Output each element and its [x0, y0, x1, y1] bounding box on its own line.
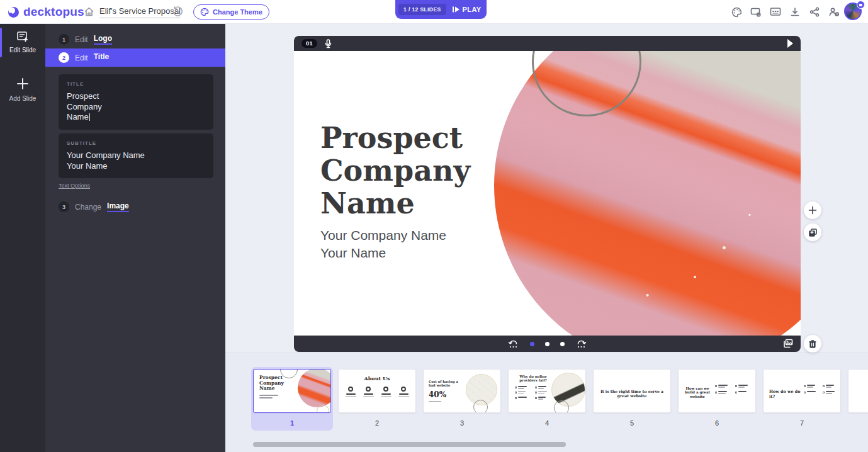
- play-button[interactable]: PLAY: [452, 6, 482, 13]
- slide-title-text[interactable]: Prospect Company Name: [320, 121, 528, 220]
- present-tab: 1 / 12 SLIDES PLAY: [395, 0, 487, 19]
- slide-stage: 01 Prospect Company Name Your Company Na…: [294, 36, 801, 352]
- add-slide-label: Add Slide: [9, 95, 37, 102]
- download-icon[interactable]: [789, 4, 801, 20]
- home-icon[interactable]: [84, 6, 94, 17]
- duplicate-slide-button[interactable]: [804, 223, 821, 241]
- top-bar: decktopus Elif's Service Proposal Change…: [0, 0, 868, 24]
- title-field[interactable]: TITLE Prospect Company Name: [59, 74, 213, 130]
- step-prefix: Edit: [75, 54, 88, 62]
- thumbnail-slide-2[interactable]: About Us 2: [338, 369, 416, 427]
- thumbnail-slide-8[interactable]: [848, 369, 868, 427]
- layout-dot-2[interactable]: [545, 342, 550, 346]
- left-toolbar: Edit Slide Add Slide: [0, 24, 45, 452]
- filmstrip: Prospect Company Name 1 About Us 2: [225, 353, 868, 452]
- share-icon[interactable]: [808, 4, 821, 20]
- step-target: Image: [107, 201, 129, 212]
- thumbnail-slide-5[interactable]: It is the right time to serve a great we…: [593, 369, 671, 427]
- step-target: Title: [94, 52, 109, 63]
- next-layout-icon[interactable]: [575, 339, 587, 349]
- topbar-tools: [730, 4, 840, 20]
- title-field-label: TITLE: [67, 81, 205, 87]
- thumbnail-number: 1: [253, 419, 331, 427]
- workspace-badge-icon: [857, 1, 865, 9]
- thumbnail-number: 4: [508, 419, 586, 427]
- delete-slide-button[interactable]: [804, 335, 821, 353]
- edit-slide-icon: [16, 30, 30, 43]
- decktopus-logo-icon: [8, 6, 20, 18]
- abstract-marble-image[interactable]: [494, 51, 801, 336]
- layout-dot-1[interactable]: [530, 342, 534, 346]
- invite-collaborator-icon[interactable]: [828, 4, 840, 20]
- step-edit-logo[interactable]: 1 Edit Logo: [45, 30, 225, 48]
- step-change-image[interactable]: 3 Change Image: [45, 198, 225, 216]
- title-field-value[interactable]: Prospect Company Name: [67, 91, 205, 123]
- thumbnail-number: 6: [678, 419, 756, 427]
- text-options-link[interactable]: Text Options: [59, 183, 90, 189]
- previous-layout-icon[interactable]: [508, 339, 519, 349]
- thumbnail-slide-7[interactable]: How do we do it? 7: [763, 369, 841, 427]
- user-avatar[interactable]: [844, 3, 863, 21]
- step-number: 3: [59, 201, 69, 212]
- step-edit-title[interactable]: 2 Edit Title: [45, 48, 225, 67]
- comments-icon[interactable]: [769, 4, 782, 20]
- plus-icon: [15, 76, 30, 91]
- slide-stage-topbar: 01: [294, 36, 801, 51]
- step-number: 2: [59, 52, 69, 63]
- thumbnail-number: 3: [423, 419, 501, 427]
- subtitle-field-label: SUBTITLE: [67, 140, 205, 146]
- thumbnail-slide-1[interactable]: Prospect Company Name 1: [253, 369, 331, 427]
- slide-number-badge: 01: [302, 39, 317, 48]
- change-theme-button[interactable]: Change Theme: [193, 4, 269, 20]
- add-element-button[interactable]: [804, 201, 821, 219]
- edit-slide-button[interactable]: Edit Slide: [0, 24, 45, 61]
- step-number: 1: [59, 34, 69, 45]
- step-target: Logo: [94, 34, 112, 45]
- step-prefix: Edit: [75, 35, 88, 44]
- thumbnail-row: Prospect Company Name 1 About Us 2: [253, 369, 868, 427]
- thumbnail-number: 5: [593, 419, 671, 427]
- thumbnail-slide-4[interactable]: Why do online providers fail? 4: [508, 369, 586, 427]
- play-icon: [452, 6, 460, 13]
- theme-palette-icon[interactable]: [730, 4, 743, 20]
- decktopus-logo[interactable]: decktopus: [8, 5, 84, 19]
- edit-slide-label: Edit Slide: [9, 47, 36, 54]
- add-slide-button[interactable]: Add Slide: [0, 70, 45, 110]
- history-icon[interactable]: [172, 6, 183, 17]
- step-prefix: Change: [75, 203, 101, 212]
- thumbnail-slide-6[interactable]: How can we build a great website 6: [678, 369, 756, 427]
- thumbnail-number: 7: [763, 419, 841, 427]
- slide-count-badge: 1 / 12 SLIDES: [398, 4, 446, 15]
- copy-slide-image-icon[interactable]: [783, 339, 793, 348]
- slide-subtitle-text[interactable]: Your Company Name Your Name: [320, 227, 446, 262]
- brand-name: decktopus: [23, 5, 84, 19]
- layout-dot-3[interactable]: [560, 342, 565, 346]
- change-theme-label: Change Theme: [213, 8, 262, 16]
- present-settings-icon[interactable]: [750, 4, 762, 20]
- subtitle-field-value[interactable]: Your Company Name Your Name: [67, 150, 205, 171]
- document-title-input[interactable]: Elif's Service Proposal: [99, 6, 181, 18]
- slide-stage-bottombar: [294, 336, 801, 352]
- filmstrip-scrollbar[interactable]: [253, 442, 566, 447]
- palette-icon: [200, 8, 209, 16]
- slide-canvas[interactable]: Prospect Company Name Your Company Name …: [294, 51, 801, 336]
- thumbnail-number: 2: [338, 419, 416, 427]
- subtitle-field[interactable]: SUBTITLE Your Company Name Your Name: [59, 133, 213, 178]
- thumbnail-slide-3[interactable]: Cost of having a bad website 40% 3: [423, 369, 501, 427]
- preview-play-icon[interactable]: [787, 39, 793, 48]
- edit-panel: 1 Edit Logo 2 Edit Title TITLE Prospect …: [45, 24, 225, 452]
- microphone-icon[interactable]: [325, 39, 332, 48]
